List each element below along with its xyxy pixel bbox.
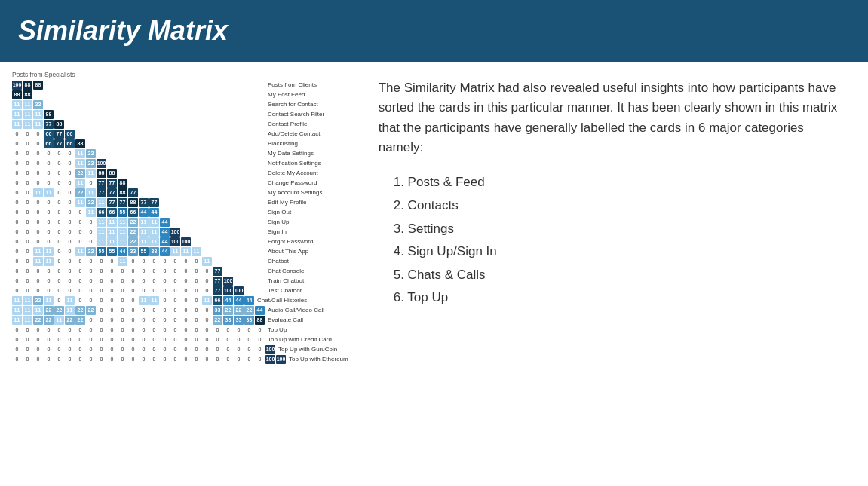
matrix-cell: 11 <box>118 218 127 227</box>
matrix-cell: 66 <box>65 130 75 139</box>
matrix-cell <box>255 267 265 276</box>
matrix-cell: 0 <box>44 267 54 276</box>
matrix-cell: 11 <box>192 247 201 256</box>
matrix-cell: 0 <box>160 306 170 315</box>
matrix-cell: 0 <box>234 335 244 344</box>
matrix-cell <box>107 81 117 90</box>
matrix-cell: 0 <box>44 326 54 335</box>
matrix-cell: 0 <box>149 257 159 266</box>
row-label: My Account Settings <box>268 188 322 197</box>
matrix-cell: 55 <box>97 247 106 256</box>
matrix-cell: 77 <box>107 179 117 188</box>
matrix-cell <box>244 267 254 276</box>
matrix-cell: 0 <box>54 208 64 217</box>
matrix-cell: 0 <box>128 316 138 325</box>
matrix-cell: 0 <box>181 345 191 354</box>
matrix-cell: 22 <box>234 306 244 315</box>
matrix-cell <box>181 149 191 158</box>
matrix-cell: 66 <box>44 139 54 148</box>
matrix-cell: 0 <box>23 355 32 364</box>
matrix-cell: 0 <box>33 149 43 158</box>
matrix-cell: 0 <box>54 326 64 335</box>
matrix-cell: 0 <box>65 159 75 168</box>
matrix-cell <box>244 179 254 188</box>
matrix-cell: 33 <box>149 247 159 256</box>
matrix-cell: 22 <box>244 306 254 315</box>
matrix-cell <box>192 110 201 119</box>
matrix-cell: 0 <box>54 335 64 344</box>
matrix-cell: 33 <box>128 247 138 256</box>
matrix-cell: 0 <box>54 159 64 168</box>
matrix-cell <box>170 179 180 188</box>
matrix-cell <box>65 90 75 99</box>
matrix-cell: 44 <box>149 208 159 217</box>
matrix-cell: 0 <box>65 149 75 158</box>
matrix-cell: 77 <box>107 198 117 207</box>
matrix-cell: 22 <box>128 237 138 246</box>
matrix-cell: 55 <box>139 247 149 256</box>
matrix-cell: 77 <box>97 179 106 188</box>
matrix-cell: 0 <box>170 316 180 325</box>
matrix-cell: 0 <box>23 218 32 227</box>
matrix-cell <box>255 218 265 227</box>
matrix-cell: 0 <box>44 159 54 168</box>
matrix-cell <box>128 130 138 139</box>
matrix-cell <box>75 110 85 119</box>
matrix-cell <box>107 139 117 148</box>
matrix-cell <box>107 130 117 139</box>
category-item: 2. Contacts <box>394 194 841 218</box>
matrix-cell: 22 <box>128 228 138 237</box>
matrix-cell <box>234 159 244 168</box>
matrix-cell <box>234 110 244 119</box>
matrix-cell <box>244 277 254 286</box>
matrix-cell: 66 <box>97 208 106 217</box>
matrix-cell: 0 <box>86 316 96 325</box>
matrix-cell <box>128 179 138 188</box>
matrix-cell: 11 <box>139 237 149 246</box>
matrix-cell: 11 <box>33 306 43 315</box>
matrix-cell <box>65 100 75 109</box>
matrix-cell <box>170 198 180 207</box>
matrix-cell: 0 <box>128 306 138 315</box>
matrix-cell <box>244 130 254 139</box>
matrix-cell <box>149 110 159 119</box>
matrix-cell <box>202 188 212 197</box>
matrix-cell <box>223 247 233 256</box>
matrix-cell <box>107 120 117 129</box>
matrix-cell <box>255 237 265 246</box>
matrix-row: 0000000011111122111144Sign Up <box>12 217 348 227</box>
matrix-cell <box>234 149 244 158</box>
matrix-cell: 0 <box>44 198 54 207</box>
matrix-cell <box>170 130 180 139</box>
matrix-cell <box>160 188 170 197</box>
matrix-cell: 0 <box>160 326 170 335</box>
matrix-cell: 22 <box>75 188 85 197</box>
matrix-cell: 0 <box>107 316 117 325</box>
description-text: The Similarity Matrix had also revealed … <box>379 78 841 157</box>
matrix-cell <box>181 130 191 139</box>
matrix-cell <box>75 120 85 129</box>
matrix-cell: 0 <box>65 355 75 364</box>
matrix-row: 0000001122117777887777Edit My Profile <box>12 197 348 207</box>
matrix-cell: 0 <box>107 267 117 276</box>
matrix-cell: 11 <box>33 247 43 256</box>
matrix-cell: 0 <box>75 296 85 305</box>
matrix-cell <box>118 149 127 158</box>
matrix-cell <box>223 218 233 227</box>
matrix-cell: 0 <box>149 345 159 354</box>
matrix-cell: 0 <box>75 237 85 246</box>
matrix-cell <box>192 169 201 178</box>
matrix-cell <box>244 139 254 148</box>
matrix-cell <box>255 228 265 237</box>
matrix-cell: 0 <box>118 345 127 354</box>
matrix-cell: 88 <box>75 139 85 148</box>
matrix-cell: 0 <box>12 345 22 354</box>
matrix-cell: 0 <box>139 316 149 325</box>
matrix-cell: 100 <box>223 286 233 295</box>
matrix-cell: 11 <box>12 120 22 129</box>
matrix-cell: 0 <box>23 208 32 217</box>
matrix-cell <box>244 81 254 90</box>
matrix-cell <box>170 208 180 217</box>
matrix-cell: 0 <box>12 198 22 207</box>
matrix-cell: 0 <box>139 345 149 354</box>
